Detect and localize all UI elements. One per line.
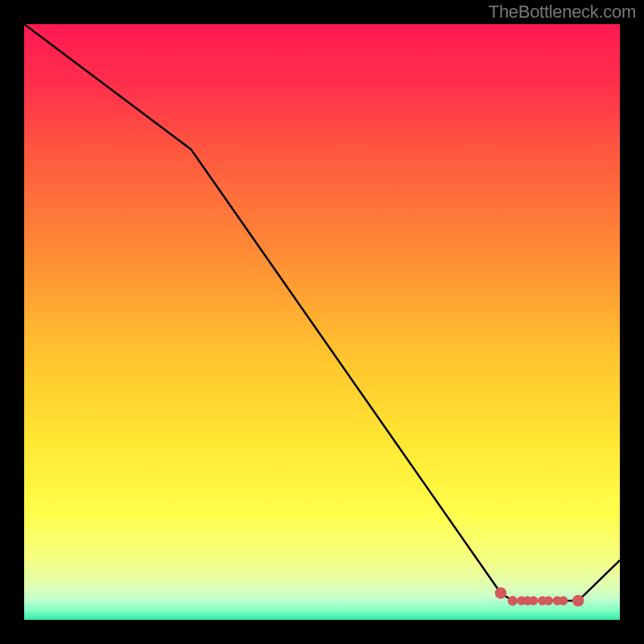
data-marker	[495, 587, 507, 599]
data-marker	[543, 597, 552, 605]
data-marker	[559, 597, 568, 605]
data-marker	[529, 597, 538, 605]
attribution-label: TheBottleneck.com	[489, 2, 636, 23]
data-marker	[508, 596, 518, 605]
gradient-background	[24, 24, 620, 620]
chart-canvas	[24, 24, 620, 620]
data-marker	[572, 595, 584, 607]
